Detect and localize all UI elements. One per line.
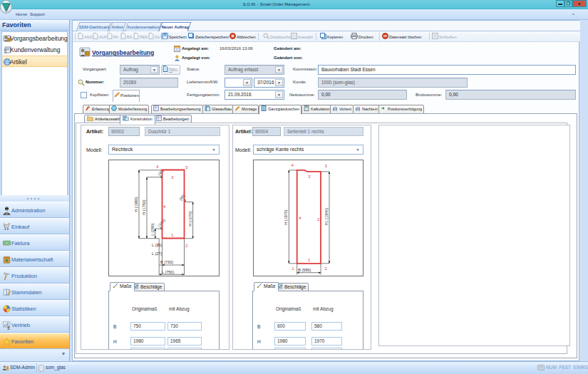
svg-text:4: 4 [163, 204, 166, 209]
svg-text:2: 2 [325, 266, 328, 271]
svg-text:H1 (1940): H1 (1940) [324, 208, 329, 226]
svg-text:L (750): L (750) [162, 270, 174, 274]
svg-text:1: 1 [308, 258, 311, 262]
svg-text:1: 1 [292, 266, 294, 271]
svg-text:3: 3 [171, 175, 174, 180]
svg-text:4: 4 [299, 216, 301, 220]
svg-text:3: 3 [308, 175, 311, 179]
svg-text:4: 4 [292, 163, 294, 167]
svg-text:H (1980): H (1980) [134, 197, 138, 212]
svg-text:3: 3 [185, 165, 188, 170]
svg-text:2: 2 [185, 244, 188, 248]
svg-text:L (280): L (280) [150, 223, 155, 235]
svg-text:1: 1 [171, 233, 174, 237]
svg-text:H (1750): H (1750) [142, 199, 146, 215]
svg-text:B (730): B (730) [160, 260, 173, 264]
svg-text:H (1970): H (1970) [284, 209, 288, 225]
svg-text:2: 2 [317, 217, 320, 222]
svg-text:L (27): L (27) [152, 251, 162, 256]
svg-text:B (580): B (580) [298, 268, 311, 272]
svg-text:H (1070): H (1070) [188, 211, 192, 227]
svg-text:4: 4 [156, 165, 159, 169]
svg-text:3: 3 [325, 164, 328, 168]
